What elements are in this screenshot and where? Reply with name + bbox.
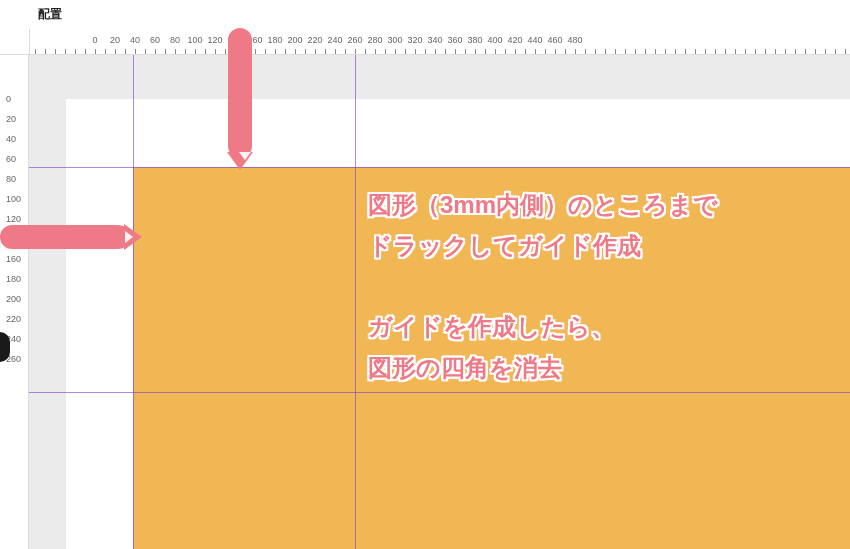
v-ruler-label: 20	[6, 114, 16, 124]
h-ruler-tick	[395, 49, 396, 54]
h-ruler-tick	[695, 49, 696, 54]
h-ruler-label: 0	[92, 35, 97, 45]
vertical-guide[interactable]	[355, 55, 356, 549]
h-ruler-tick	[425, 49, 426, 54]
h-ruler-label: 300	[387, 35, 402, 45]
h-ruler-tick	[275, 49, 276, 54]
h-ruler-tick	[505, 49, 506, 54]
h-ruler-tick	[215, 49, 216, 54]
h-ruler-tick	[115, 49, 116, 54]
h-ruler-tick	[635, 49, 636, 54]
h-ruler-tick	[135, 49, 136, 54]
vertical-ruler[interactable]: 020406080100120140160180200220240260	[0, 55, 29, 549]
app-root: 配置 0204060801001201401601802002202402602…	[0, 0, 850, 549]
h-ruler-tick	[605, 49, 606, 54]
h-ruler-tick	[565, 49, 566, 54]
chevron-right-icon	[125, 231, 133, 243]
h-ruler-tick	[785, 49, 786, 54]
h-ruler-label: 220	[307, 35, 322, 45]
h-ruler-label: 200	[287, 35, 302, 45]
menubar[interactable]	[0, 0, 850, 29]
h-ruler-tick	[285, 49, 286, 54]
h-ruler-tick	[415, 49, 416, 54]
h-ruler-tick	[575, 49, 576, 54]
annotation-arrow-vertical	[228, 28, 252, 158]
h-ruler-tick	[365, 49, 366, 54]
h-ruler-tick	[465, 49, 466, 54]
v-ruler-label: 160	[6, 254, 21, 264]
menu-arrange[interactable]: 配置	[38, 6, 62, 23]
h-ruler-tick	[485, 49, 486, 54]
h-ruler-tick	[675, 49, 676, 54]
h-ruler-tick	[825, 49, 826, 54]
h-ruler-tick	[525, 49, 526, 54]
h-ruler-label: 60	[150, 35, 160, 45]
h-ruler-tick	[175, 49, 176, 54]
h-ruler-tick	[345, 49, 346, 54]
h-ruler-label: 120	[207, 35, 222, 45]
v-ruler-label: 180	[6, 274, 21, 284]
h-ruler-tick	[355, 49, 356, 54]
h-ruler-tick	[85, 49, 86, 54]
h-ruler-tick	[795, 49, 796, 54]
h-ruler-tick	[145, 49, 146, 54]
h-ruler-tick	[625, 49, 626, 54]
h-ruler-tick	[305, 49, 306, 54]
h-ruler-tick	[595, 49, 596, 54]
h-ruler-tick	[455, 49, 456, 54]
h-ruler-label: 240	[327, 35, 342, 45]
ruler-corner[interactable]	[0, 29, 29, 55]
v-ruler-label: 40	[6, 134, 16, 144]
h-ruler-tick	[775, 49, 776, 54]
v-ruler-label: 200	[6, 294, 21, 304]
h-ruler-tick	[435, 49, 436, 54]
h-ruler-tick	[225, 49, 226, 54]
h-ruler-label: 40	[130, 35, 140, 45]
h-ruler-tick	[65, 49, 66, 54]
v-ruler-label: 60	[6, 154, 16, 164]
h-ruler-tick	[165, 49, 166, 54]
h-ruler-tick	[75, 49, 76, 54]
h-ruler-tick	[45, 49, 46, 54]
h-ruler-tick	[95, 49, 96, 54]
h-ruler-tick	[745, 49, 746, 54]
h-ruler-label: 100	[187, 35, 202, 45]
h-ruler-tick	[585, 49, 586, 54]
horizontal-ruler[interactable]: 0204060801001201401601802002202402602803…	[29, 29, 850, 55]
h-ruler-label: 360	[447, 35, 462, 45]
chevron-down-icon	[239, 152, 251, 160]
h-ruler-tick	[515, 49, 516, 54]
h-ruler-tick	[375, 49, 376, 54]
h-ruler-label: 440	[527, 35, 542, 45]
horizontal-guide[interactable]	[29, 392, 850, 393]
annotation-arrow-horizontal	[0, 225, 130, 249]
h-ruler-label: 260	[347, 35, 362, 45]
h-ruler-label: 20	[110, 35, 120, 45]
horizontal-guide[interactable]	[29, 167, 850, 168]
v-ruler-label: 80	[6, 174, 16, 184]
h-ruler-tick	[385, 49, 386, 54]
h-ruler-label: 320	[407, 35, 422, 45]
h-ruler-tick	[295, 49, 296, 54]
h-ruler-label: 460	[547, 35, 562, 45]
h-ruler-tick	[735, 49, 736, 54]
h-ruler-tick	[35, 49, 36, 54]
h-ruler-tick	[645, 49, 646, 54]
h-ruler-tick	[755, 49, 756, 54]
h-ruler-tick	[445, 49, 446, 54]
vertical-guide[interactable]	[133, 55, 134, 549]
h-ruler-tick	[125, 49, 126, 54]
h-ruler-tick	[155, 49, 156, 54]
h-ruler-tick	[535, 49, 536, 54]
h-ruler-tick	[805, 49, 806, 54]
h-ruler-tick	[325, 49, 326, 54]
h-ruler-label: 180	[267, 35, 282, 45]
h-ruler-tick	[475, 49, 476, 54]
h-ruler-tick	[725, 49, 726, 54]
h-ruler-tick	[315, 49, 316, 54]
h-ruler-tick	[715, 49, 716, 54]
h-ruler-tick	[655, 49, 656, 54]
h-ruler-label: 340	[427, 35, 442, 45]
h-ruler-tick	[105, 49, 106, 54]
h-ruler-tick	[685, 49, 686, 54]
